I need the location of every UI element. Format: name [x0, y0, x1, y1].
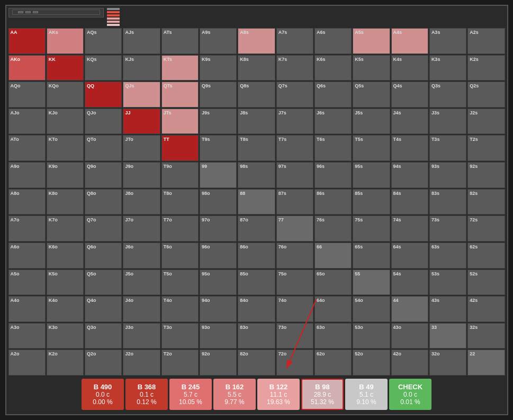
hand-cell[interactable]: J9s: [200, 109, 237, 135]
hand-cell[interactable]: 76o: [276, 243, 313, 269]
hand-cell[interactable]: 43o: [391, 323, 428, 349]
hand-cell[interactable]: 99: [200, 162, 237, 188]
hand-cell[interactable]: Q9s: [200, 82, 237, 108]
hand-cell[interactable]: 96s: [314, 162, 352, 188]
hand-cell[interactable]: 72s: [467, 216, 505, 242]
hand-cell[interactable]: J5s: [353, 109, 390, 135]
hand-cell[interactable]: Q6o: [85, 243, 122, 269]
hand-cell[interactable]: K8o: [47, 189, 84, 215]
hand-cell[interactable]: 74o: [276, 296, 313, 322]
hand-cell[interactable]: 64o: [314, 296, 352, 322]
hand-cell[interactable]: AKo: [8, 55, 46, 81]
hand-cell[interactable]: 73s: [429, 216, 466, 242]
hand-cell[interactable]: 93s: [429, 162, 466, 188]
hand-cell[interactable]: 22: [467, 350, 505, 376]
hand-cell[interactable]: AQo: [8, 82, 46, 108]
hand-cell[interactable]: 82o: [238, 350, 275, 376]
hand-cell[interactable]: QQ: [85, 82, 122, 108]
board-ctrl-1[interactable]: [18, 11, 23, 13]
hand-cell[interactable]: JJ: [123, 109, 160, 135]
hand-cell[interactable]: J5o: [123, 270, 160, 296]
hand-cell[interactable]: 85o: [238, 270, 275, 296]
hand-cell[interactable]: QJo: [85, 109, 122, 135]
hand-cell[interactable]: T6o: [161, 243, 199, 269]
hand-cell[interactable]: A6o: [8, 243, 46, 269]
hand-cell[interactable]: Q3o: [85, 323, 122, 349]
hand-cell[interactable]: J6s: [314, 109, 352, 135]
action-box-b98[interactable]: B 9828.9 c51.32 %: [301, 379, 344, 410]
hand-cell[interactable]: 33: [429, 323, 466, 349]
hand-cell[interactable]: KJs: [123, 55, 160, 81]
hand-cell[interactable]: 32o: [429, 350, 466, 376]
hand-cell[interactable]: Q8o: [85, 189, 122, 215]
hand-cell[interactable]: 93o: [200, 323, 237, 349]
hand-cell[interactable]: K3o: [47, 323, 84, 349]
hand-cell[interactable]: 77: [276, 216, 313, 242]
hand-cell[interactable]: J3s: [429, 109, 466, 135]
hand-cell[interactable]: 92s: [467, 162, 505, 188]
hand-cell[interactable]: 62s: [467, 243, 505, 269]
hand-cell[interactable]: 53o: [353, 323, 390, 349]
hand-cell[interactable]: AJo: [8, 109, 46, 135]
hand-cell[interactable]: T8s: [238, 135, 275, 161]
hand-cell[interactable]: T5o: [161, 270, 199, 296]
hand-cell[interactable]: Q7o: [85, 216, 122, 242]
hand-cell[interactable]: T7s: [276, 135, 313, 161]
hand-cell[interactable]: J2s: [467, 109, 505, 135]
hand-cell[interactable]: Q5s: [353, 82, 390, 108]
hand-cell[interactable]: 74s: [391, 216, 428, 242]
hand-cell[interactable]: J4o: [123, 296, 160, 322]
hand-cell[interactable]: AA: [8, 28, 46, 54]
hand-cell[interactable]: 98o: [200, 189, 237, 215]
action-box-b490[interactable]: B 4900.0 c0.00 %: [82, 379, 124, 410]
hand-cell[interactable]: 95s: [353, 162, 390, 188]
legend-bet368[interactable]: [107, 14, 120, 16]
hand-cell[interactable]: KTs: [161, 55, 199, 81]
hand-cell[interactable]: 97o: [200, 216, 237, 242]
hand-cell[interactable]: QTo: [85, 135, 122, 161]
legend-bet122[interactable]: [107, 24, 120, 26]
hand-cell[interactable]: 83s: [429, 189, 466, 215]
hand-cell[interactable]: Q9o: [85, 162, 122, 188]
hand-cell[interactable]: K4s: [391, 55, 428, 81]
hand-cell[interactable]: 83o: [238, 323, 275, 349]
hand-cell[interactable]: T2s: [467, 135, 505, 161]
hand-cell[interactable]: A3o: [8, 323, 46, 349]
hand-cell[interactable]: A5o: [8, 270, 46, 296]
hand-cell[interactable]: 76s: [314, 216, 352, 242]
hand-cell[interactable]: QJs: [123, 82, 160, 108]
action-box-b368[interactable]: B 3680.1 c0.12 %: [125, 379, 168, 410]
hand-cell[interactable]: 32s: [467, 323, 505, 349]
hand-cell[interactable]: K9s: [200, 55, 237, 81]
hand-cell[interactable]: Q3s: [429, 82, 466, 108]
hand-cell[interactable]: 54o: [353, 296, 390, 322]
hand-cell[interactable]: AKs: [47, 28, 84, 54]
hand-cell[interactable]: A8s: [238, 28, 275, 54]
hand-cell[interactable]: ATo: [8, 135, 46, 161]
hand-cell[interactable]: J8o: [123, 189, 160, 215]
hand-cell[interactable]: J3o: [123, 323, 160, 349]
legend-root[interactable]: [107, 8, 120, 10]
hand-cell[interactable]: ATs: [161, 28, 199, 54]
action-box-b49[interactable]: B 495.1 c9.10 %: [345, 379, 388, 410]
hand-cell[interactable]: JTo: [123, 135, 160, 161]
hand-cell[interactable]: 88: [238, 189, 275, 215]
hand-cell[interactable]: K2o: [47, 350, 84, 376]
legend-bet245[interactable]: [107, 17, 120, 20]
hand-cell[interactable]: J6o: [123, 243, 160, 269]
hand-cell[interactable]: 94s: [391, 162, 428, 188]
hand-cell[interactable]: A6s: [314, 28, 352, 54]
legend-bet490[interactable]: [107, 11, 120, 13]
hand-cell[interactable]: 85s: [353, 189, 390, 215]
hand-cell[interactable]: T8o: [161, 189, 199, 215]
hand-cell[interactable]: 84o: [238, 296, 275, 322]
hand-cell[interactable]: AJs: [123, 28, 160, 54]
hand-cell[interactable]: Q4o: [85, 296, 122, 322]
hand-cell[interactable]: K6o: [47, 243, 84, 269]
hand-cell[interactable]: 43s: [429, 296, 466, 322]
hand-cell[interactable]: T6s: [314, 135, 352, 161]
hand-cell[interactable]: 92o: [200, 350, 237, 376]
hand-cell[interactable]: 75o: [276, 270, 313, 296]
hand-cell[interactable]: K7o: [47, 216, 84, 242]
hand-cell[interactable]: 96o: [200, 243, 237, 269]
